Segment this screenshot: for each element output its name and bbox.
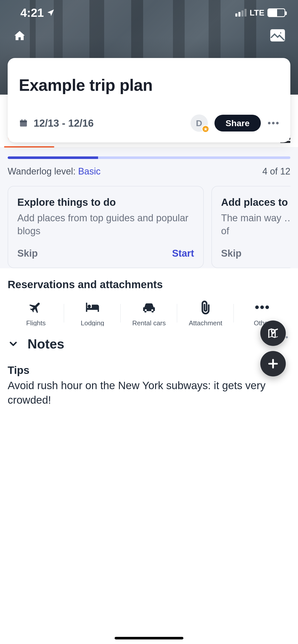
trip-date-range[interactable]: 12/13 - 12/16 (19, 118, 94, 129)
plus-icon (267, 358, 279, 370)
svg-point-6 (268, 122, 270, 124)
svg-point-20 (272, 330, 274, 332)
card-desc: The main way … add a point of (221, 212, 290, 238)
more-horizontal-icon (267, 121, 279, 125)
reservation-rental-cars[interactable]: Rental cars (121, 299, 177, 327)
map-icon (267, 327, 279, 340)
home-indicator (115, 637, 183, 639)
card-skip-button[interactable]: Skip (17, 248, 38, 259)
plane-icon (28, 299, 44, 315)
network-label: LTE (250, 8, 264, 18)
add-fab[interactable] (260, 351, 286, 376)
car-icon (141, 299, 157, 315)
svg-point-8 (276, 122, 279, 124)
note-text: Avoid rush hour on the New York subways:… (8, 378, 290, 407)
progress-count: 4 of 12 (262, 166, 290, 177)
star-badge-icon: ★ (202, 125, 209, 133)
status-bar: 4:21 LTE (0, 0, 298, 25)
card-start-button[interactable]: Start (172, 248, 194, 259)
notes-section: Notes Tips Avoid rush hour on the New Yo… (0, 326, 298, 417)
bed-icon (84, 299, 101, 315)
card-desc: Add places from top guides and popular b… (17, 212, 194, 238)
card-skip-button[interactable]: Skip (221, 248, 241, 259)
progress-bar (8, 156, 290, 159)
avatar-initial: D (196, 118, 202, 128)
more-horizontal-icon (254, 299, 270, 315)
notes-header[interactable]: Notes (8, 336, 290, 352)
cover-photo-icon[interactable] (270, 29, 285, 43)
date-range-text: 12/13 - 12/16 (34, 118, 94, 129)
cell-signal-icon (235, 9, 247, 17)
reservations-title: Reservations and attachments (8, 279, 290, 291)
calendar-icon (19, 119, 28, 128)
share-button[interactable]: Share (214, 115, 261, 131)
onboarding-card-add-places: Add places to The main way … add a point… (211, 186, 290, 268)
svg-point-13 (255, 305, 259, 309)
paperclip-icon (199, 299, 212, 315)
svg-point-15 (265, 305, 269, 309)
trip-more-button[interactable] (267, 121, 279, 125)
chevron-down-icon (8, 338, 19, 349)
notes-title: Notes (28, 336, 64, 352)
svg-point-14 (260, 305, 264, 309)
reservation-flights[interactable]: Flights (8, 299, 64, 327)
location-arrow-icon (46, 8, 55, 17)
trip-summary-card: Example trip plan 12/13 - 12/16 D ★ Shar… (8, 58, 290, 142)
reservation-attachment[interactable]: Attachment (177, 299, 234, 327)
svg-point-18 (286, 336, 288, 338)
svg-point-7 (272, 122, 275, 124)
svg-point-1 (279, 32, 282, 34)
map-fab[interactable] (260, 320, 286, 346)
battery-icon (267, 8, 285, 17)
reservation-lodging[interactable]: Lodging (64, 299, 121, 327)
collaborator-avatar[interactable]: D ★ (191, 114, 208, 132)
trip-title: Example trip plan (19, 76, 279, 95)
onboarding-card-explore: Explore things to do Add places from top… (8, 186, 204, 268)
progress-level-text: Wanderlog level: Basic (8, 166, 101, 177)
card-title: Add places to (221, 197, 290, 208)
reservation-other[interactable]: Other (234, 299, 290, 327)
note-heading: Tips (8, 364, 290, 376)
svg-rect-5 (25, 119, 25, 121)
card-title: Explore things to do (17, 197, 194, 208)
notes-body[interactable]: Tips Avoid rush hour on the New York sub… (8, 364, 290, 407)
status-time: 4:21 (20, 6, 44, 20)
home-icon[interactable] (13, 29, 26, 43)
onboarding-cards-scroller[interactable]: Explore things to do Add places from top… (8, 186, 290, 268)
level-link[interactable]: Basic (78, 166, 101, 177)
svg-rect-3 (20, 121, 27, 123)
svg-rect-4 (22, 119, 22, 121)
